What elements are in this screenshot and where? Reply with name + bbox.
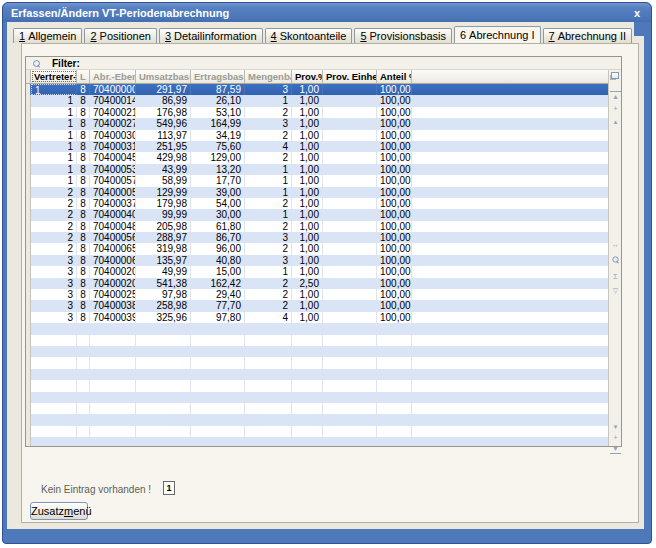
search-icon[interactable] xyxy=(610,256,621,265)
column-header-prov-einheiten[interactable]: Prov. Einheiten xyxy=(323,70,377,83)
tab-accelerator: 2 xyxy=(90,30,96,42)
tab-positionen[interactable]: 2Positionen xyxy=(84,28,157,43)
cell-abr-ebene: 70400040 xyxy=(90,209,136,220)
table-row[interactable]: 3870400039325,9697,8041,00100,00 xyxy=(26,312,608,323)
table-row-empty[interactable] xyxy=(26,323,608,334)
tab-label: Positionen xyxy=(100,30,151,42)
cell-mengenbasis xyxy=(245,346,292,357)
column-chooser-icon[interactable] xyxy=(611,72,619,79)
table-row[interactable]: 2870400065319,9896,0021,00100,00 xyxy=(26,243,608,254)
cell-anteil-: 100,00 xyxy=(377,289,412,300)
column-header-prov-[interactable]: Prov.% xyxy=(292,70,323,83)
column-header-abr-ebene[interactable]: Abr.-Ebene xyxy=(90,70,136,83)
table-row[interactable]: 2870400037179,9854,0021,00100,00 xyxy=(26,198,608,209)
tab-accelerator: 1 xyxy=(19,30,25,42)
column-header-ertragsbasis-eur[interactable]: Ertragsbasis EUR xyxy=(191,70,245,83)
tab-abrechnung-ii[interactable]: 7Abrechnung II xyxy=(543,28,633,43)
grid-side-toolbar[interactable]: ▲+▴↔Σ▽▾+▼ xyxy=(608,70,621,446)
cell-umsatzbasis-eur xyxy=(136,414,191,425)
sum-icon[interactable]: Σ xyxy=(610,272,621,281)
table-row[interactable]: 2870400005129,9939,0011,00100,00 xyxy=(26,187,608,198)
zusatzmenu-button[interactable]: Zusatzmenü xyxy=(30,502,88,520)
table-row[interactable]: 1870400000291,9787,5931,00100,00 xyxy=(26,84,608,95)
cell-anteil- xyxy=(377,357,412,368)
scroll-to-bottom-icon[interactable]: ▼ xyxy=(610,444,621,454)
table-row[interactable]: 2870400048205,9861,8021,00100,00 xyxy=(26,221,608,232)
cell-anteil-: 100,00 xyxy=(377,221,412,232)
table-row[interactable]: 3870400038258,9877,7021,00100,00 xyxy=(26,300,608,311)
table-row-empty[interactable] xyxy=(26,346,608,357)
column-header-l[interactable]: L xyxy=(77,70,90,83)
cell-abr-ebene xyxy=(90,346,136,357)
table-row[interactable]: 3870400020541,38162,4222,50100,00 xyxy=(26,278,608,289)
cell-filler xyxy=(412,369,608,380)
table-row[interactable]: 187040001486,9926,1011,00100,00 xyxy=(26,95,608,106)
cell-vertreter-nr-: 3 xyxy=(31,300,77,311)
table-row[interactable]: 1870400027549,96164,9931,00100,00 xyxy=(26,118,608,129)
magnifier-icon xyxy=(33,60,40,67)
table-row-empty[interactable] xyxy=(26,437,608,446)
fit-columns-icon[interactable]: ↔ xyxy=(610,240,621,249)
cell-filler xyxy=(412,198,608,209)
table-row[interactable]: 287040004099,9930,0011,00100,00 xyxy=(26,209,608,220)
cell-ertragsbasis-eur: 15,00 xyxy=(191,266,245,277)
table-row[interactable]: 387040002049,9915,0011,00100,00 xyxy=(26,266,608,277)
tab-abrechnung-i[interactable]: 6Abrechnung I xyxy=(454,26,541,43)
table-row[interactable]: 1870400030113,9734,1921,00100,00 xyxy=(26,130,608,141)
step-down-icon[interactable]: ▾ xyxy=(610,422,621,431)
cell-vertreter-nr-: 2 xyxy=(31,198,77,209)
tab-allgemein[interactable]: 1Allgemein xyxy=(13,28,82,43)
table-row[interactable]: 387040002597,9829,4021,00100,00 xyxy=(26,289,608,300)
cell-filler xyxy=(412,312,608,323)
cell-prov-einheiten xyxy=(323,118,377,129)
tab-detailinformation[interactable]: 3Detailinformation xyxy=(159,28,263,43)
tab-label: Skontoanteile xyxy=(280,30,347,42)
cell-filler xyxy=(412,221,608,232)
tab-provisionsbasis[interactable]: 5Provisionsbasis xyxy=(354,28,452,43)
cell-prov-einheiten xyxy=(323,278,377,289)
filter-funnel-icon[interactable]: ▽ xyxy=(610,286,621,295)
close-icon[interactable]: x xyxy=(631,6,643,20)
scroll-to-top-icon[interactable]: ▲ xyxy=(610,91,621,101)
column-header-anteil-[interactable]: Anteil % xyxy=(377,70,412,83)
table-row-empty[interactable] xyxy=(26,426,608,437)
step-up-icon[interactable]: ▴ xyxy=(610,117,621,126)
table-row-empty[interactable] xyxy=(26,357,608,368)
cell-umsatzbasis-eur: 97,98 xyxy=(136,289,191,300)
cell-mengenbasis xyxy=(245,403,292,414)
column-header-umsatzbasis-eur[interactable]: Umsatzbasis EUR xyxy=(136,70,191,83)
tab-skontoanteile[interactable]: 4Skontoanteile xyxy=(265,28,353,43)
cell-mengenbasis: 2 xyxy=(245,107,292,118)
table-row-empty[interactable] xyxy=(26,414,608,425)
table-row-empty[interactable] xyxy=(26,369,608,380)
cell-ertragsbasis-eur: 86,70 xyxy=(191,232,245,243)
cell-abr-ebene: 70400025 xyxy=(90,289,136,300)
cell-prov-einheiten xyxy=(323,392,377,403)
column-header-mengenbasis[interactable]: Mengenbasis xyxy=(245,70,292,83)
table-row[interactable]: 187040005758,9917,7011,00100,00 xyxy=(26,175,608,186)
title-bar[interactable]: Erfassen/Ändern VT-Periodenabrechnung x xyxy=(3,3,651,22)
page-up-icon[interactable]: + xyxy=(610,104,621,113)
cell-umsatzbasis-eur xyxy=(136,392,191,403)
table-row[interactable]: 1870400021176,9853,1021,00100,00 xyxy=(26,107,608,118)
cell-abr-ebene xyxy=(90,369,136,380)
cell-l xyxy=(77,426,90,437)
cell-mengenbasis: 1 xyxy=(245,175,292,186)
cell-abr-ebene: 70400048 xyxy=(90,221,136,232)
table-row[interactable]: 187040005343,9913,2011,00100,00 xyxy=(26,164,608,175)
table-row[interactable]: 1870400045429,98129,0021,00100,00 xyxy=(26,152,608,163)
table-row[interactable]: 3870400006135,9740,8031,00100,00 xyxy=(26,255,608,266)
table-row-empty[interactable] xyxy=(26,403,608,414)
page-down-icon[interactable]: + xyxy=(610,433,621,442)
table-row-empty[interactable] xyxy=(26,380,608,391)
cell-umsatzbasis-eur: 319,98 xyxy=(136,243,191,254)
grid-filter-row[interactable]: Filter: xyxy=(26,57,621,70)
cell-l xyxy=(77,414,90,425)
cell-abr-ebene xyxy=(90,323,136,334)
table-row[interactable]: 1870400031251,9575,6041,00100,00 xyxy=(26,141,608,152)
table-row[interactable]: 2870400056288,9786,7031,00100,00 xyxy=(26,232,608,243)
column-header-vertreter-nr-[interactable]: Vertreter-Nr. xyxy=(31,70,77,83)
table-row-empty[interactable] xyxy=(26,392,608,403)
data-grid: Filter: Vertreter-Nr.LAbr.-EbeneUmsatzba… xyxy=(25,56,622,447)
table-row-empty[interactable] xyxy=(26,335,608,346)
